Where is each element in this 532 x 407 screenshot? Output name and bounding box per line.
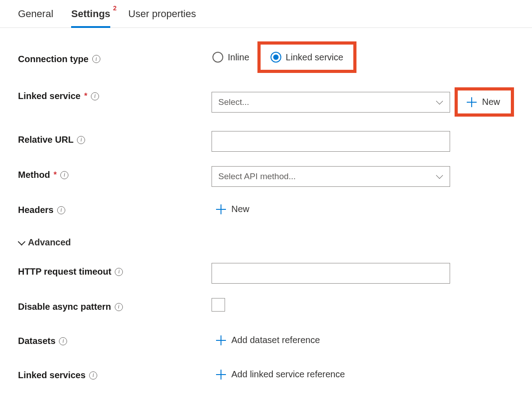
highlight-new-button: New xyxy=(455,87,514,117)
label-col: Connection type i xyxy=(18,50,212,64)
connection-type-radio-group: Inline Linked service xyxy=(212,41,356,73)
radio-linked-service[interactable]: Linked service xyxy=(271,52,343,63)
radio-inline-label: Inline xyxy=(228,52,249,63)
http-timeout-input[interactable] xyxy=(212,263,450,284)
row-linked-service: Linked service * i Select... New xyxy=(18,87,514,117)
tab-label: User properties xyxy=(128,8,196,19)
headers-label: Headers xyxy=(18,205,54,215)
disable-async-checkbox[interactable] xyxy=(212,298,225,312)
tab-label: Settings xyxy=(71,8,110,19)
radio-linked-service-label: Linked service xyxy=(286,52,343,63)
disable-async-label: Disable async pattern xyxy=(18,302,111,312)
row-headers: Headers i New xyxy=(18,201,514,221)
info-icon[interactable]: i xyxy=(115,268,123,276)
add-dataset-label: Add dataset reference xyxy=(231,335,320,345)
info-icon[interactable]: i xyxy=(115,303,123,311)
method-select[interactable]: Select API method... xyxy=(212,166,450,187)
info-icon[interactable]: i xyxy=(89,371,97,380)
linked-service-select[interactable]: Select... xyxy=(212,92,450,113)
required-asterisk: * xyxy=(54,170,57,180)
row-datasets: Datasets i Add dataset reference xyxy=(18,332,514,352)
advanced-toggle[interactable]: Advanced xyxy=(18,235,514,248)
method-label: Method xyxy=(18,170,50,180)
select-placeholder: Select... xyxy=(218,97,249,107)
linked-services-label: Linked services xyxy=(18,370,86,380)
add-linked-service-label: Add linked service reference xyxy=(231,369,345,380)
new-button-label: New xyxy=(482,97,500,107)
tab-label: General xyxy=(18,8,53,19)
control-col: Select... New xyxy=(212,87,514,117)
tab-user-properties[interactable]: User properties xyxy=(128,8,196,27)
relative-url-label: Relative URL xyxy=(18,135,73,145)
datasets-label: Datasets xyxy=(18,336,55,346)
control-col xyxy=(212,263,514,284)
relative-url-input[interactable] xyxy=(212,131,450,152)
settings-panel: General Settings 2 User properties Conne… xyxy=(0,0,532,406)
info-icon[interactable]: i xyxy=(59,337,67,345)
control-col: Add dataset reference xyxy=(212,332,514,348)
plus-icon xyxy=(216,370,226,380)
control-col: Select API method... xyxy=(212,166,514,187)
radio-inline[interactable]: Inline xyxy=(212,52,249,63)
row-disable-async: Disable async pattern i xyxy=(18,298,514,318)
new-header-button[interactable]: New xyxy=(212,201,254,217)
tab-badge: 2 xyxy=(113,5,117,12)
add-linked-service-button[interactable]: Add linked service reference xyxy=(212,366,349,382)
chevron-down-icon xyxy=(18,240,24,246)
row-linked-services: Linked services i Add linked service ref… xyxy=(18,366,514,386)
chevron-down-icon xyxy=(436,174,443,179)
label-col: Disable async pattern i xyxy=(18,298,212,312)
select-placeholder: Select API method... xyxy=(218,172,296,181)
info-icon[interactable]: i xyxy=(91,92,99,100)
label-col: Linked service * i xyxy=(18,87,212,101)
required-asterisk: * xyxy=(84,91,87,101)
row-relative-url: Relative URL i xyxy=(18,131,514,152)
add-dataset-button[interactable]: Add dataset reference xyxy=(212,332,325,348)
info-icon[interactable]: i xyxy=(77,136,85,144)
advanced-label: Advanced xyxy=(28,237,71,248)
radio-circle-icon xyxy=(212,52,223,63)
info-icon[interactable]: i xyxy=(92,55,100,63)
row-connection-type: Connection type i Inline Linked service xyxy=(18,41,514,73)
label-col: HTTP request timeout i xyxy=(18,263,212,277)
tab-bar: General Settings 2 User properties xyxy=(0,0,532,28)
label-col: Method * i xyxy=(18,166,212,180)
plus-icon xyxy=(216,335,226,345)
new-linked-service-button[interactable]: New xyxy=(462,94,505,110)
highlight-linked-service: Linked service xyxy=(257,41,356,73)
control-col xyxy=(212,298,514,312)
label-col: Headers i xyxy=(18,201,212,215)
tab-settings[interactable]: Settings 2 xyxy=(71,8,110,28)
plus-icon xyxy=(467,97,477,107)
info-icon[interactable]: i xyxy=(60,171,68,179)
http-timeout-label: HTTP request timeout xyxy=(18,267,111,277)
control-col xyxy=(212,131,514,152)
label-col: Datasets i xyxy=(18,332,212,346)
info-icon[interactable]: i xyxy=(57,206,65,214)
settings-form: Connection type i Inline Linked service xyxy=(0,28,532,406)
control-col: Add linked service reference xyxy=(212,366,514,382)
tab-general[interactable]: General xyxy=(18,8,53,27)
control-col: Inline Linked service xyxy=(212,41,514,73)
control-col: New xyxy=(212,201,514,217)
linked-service-label: Linked service xyxy=(18,91,81,101)
new-header-label: New xyxy=(231,204,249,214)
plus-icon xyxy=(216,204,226,214)
radio-circle-icon xyxy=(271,52,281,63)
connection-type-label: Connection type xyxy=(18,54,89,64)
label-col: Relative URL i xyxy=(18,131,212,145)
row-method: Method * i Select API method... xyxy=(18,166,514,187)
chevron-down-icon xyxy=(436,100,443,104)
label-col: Linked services i xyxy=(18,366,212,380)
row-http-timeout: HTTP request timeout i xyxy=(18,263,514,284)
